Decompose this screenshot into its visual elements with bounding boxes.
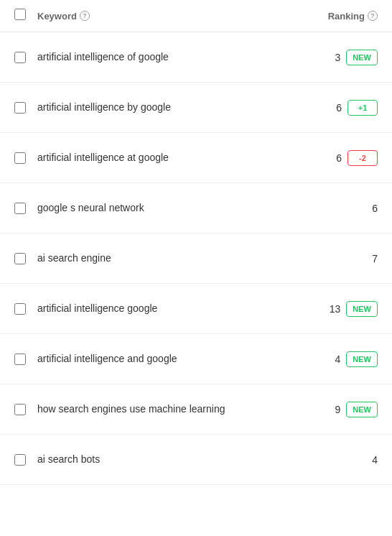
ranking-cell: 6 +1 — [291, 100, 378, 116]
ranking-cell: 4 — [291, 454, 378, 466]
select-all-checkbox[interactable] — [14, 9, 26, 20]
row-checkbox[interactable] — [14, 303, 26, 315]
row-checkbox[interactable] — [14, 354, 26, 365]
keyword-cell: how search engines use machine learning — [37, 402, 291, 417]
row-checkbox[interactable] — [14, 152, 26, 164]
ranking-badge: NEW — [346, 351, 378, 367]
keyword-column-header: Keyword ? — [37, 11, 291, 22]
row-checkbox[interactable] — [14, 454, 26, 466]
row-checkbox-cell[interactable] — [14, 354, 37, 365]
keyword-cell: artificial intelligence google — [37, 302, 291, 316]
table-row: artificial intelligence of google 3 NEW — [0, 32, 392, 83]
keyword-help-icon[interactable]: ? — [80, 11, 90, 21]
row-checkbox-cell[interactable] — [14, 404, 37, 415]
ranking-number: 6 — [336, 152, 342, 164]
keyword-cell: ai search engine — [37, 251, 291, 266]
row-checkbox-cell[interactable] — [14, 454, 37, 466]
keyword-header-label: Keyword — [37, 11, 77, 22]
keyword-ranking-table: Keyword ? Ranking ? artificial intellige… — [0, 0, 392, 485]
table-row: artificial intelligence by google 6 +1 — [0, 83, 392, 133]
ranking-badge: +1 — [347, 100, 378, 116]
ranking-number: 6 — [336, 102, 342, 114]
table-row: artificial intelligence and google 4 NEW — [0, 334, 392, 384]
keyword-cell: artificial intelligence by google — [37, 101, 291, 115]
ranking-cell: 3 NEW — [291, 50, 378, 65]
ranking-number: 3 — [335, 52, 341, 63]
ranking-cell: 9 NEW — [291, 402, 378, 417]
row-checkbox-cell[interactable] — [14, 152, 37, 164]
ranking-cell: 13 NEW — [291, 301, 378, 317]
ranking-column-header: Ranking ? — [291, 11, 378, 22]
row-checkbox[interactable] — [14, 404, 26, 415]
table-body: artificial intelligence of google 3 NEW … — [0, 32, 392, 485]
ranking-badge: NEW — [346, 50, 378, 65]
table-row: ai search engine 7 — [0, 234, 392, 284]
keyword-cell: artificial intelligence and google — [37, 352, 291, 366]
ranking-number: 7 — [372, 253, 378, 264]
row-checkbox-cell[interactable] — [14, 303, 37, 315]
row-checkbox[interactable] — [14, 52, 26, 63]
row-checkbox-cell[interactable] — [14, 102, 37, 114]
ranking-badge: -2 — [347, 150, 378, 166]
table-row: artificial intelligence google 13 NEW — [0, 284, 392, 334]
table-header: Keyword ? Ranking ? — [0, 0, 392, 32]
ranking-number: 4 — [335, 354, 341, 365]
ranking-cell: 4 NEW — [291, 351, 378, 367]
select-all-checkbox-cell[interactable] — [14, 9, 37, 23]
ranking-cell: 6 — [291, 203, 378, 214]
ranking-cell: 7 — [291, 253, 378, 264]
keyword-cell: google s neural network — [37, 201, 291, 216]
ranking-cell: 6 -2 — [291, 150, 378, 166]
table-row: ai search bots 4 — [0, 435, 392, 485]
row-checkbox[interactable] — [14, 203, 26, 214]
ranking-number: 13 — [330, 303, 341, 315]
ranking-badge: NEW — [346, 301, 378, 317]
ranking-header-label: Ranking — [328, 11, 365, 22]
row-checkbox-cell[interactable] — [14, 52, 37, 63]
ranking-number: 9 — [335, 404, 341, 415]
ranking-badge: NEW — [346, 402, 378, 417]
row-checkbox-cell[interactable] — [14, 203, 37, 214]
table-row: google s neural network 6 — [0, 183, 392, 234]
keyword-cell: ai search bots — [37, 453, 291, 467]
ranking-number: 6 — [372, 203, 378, 214]
row-checkbox[interactable] — [14, 102, 26, 114]
ranking-help-icon[interactable]: ? — [368, 11, 378, 21]
row-checkbox[interactable] — [14, 253, 26, 264]
row-checkbox-cell[interactable] — [14, 253, 37, 264]
table-row: how search engines use machine learning … — [0, 384, 392, 435]
keyword-cell: artificial intelligence at google — [37, 151, 291, 165]
keyword-cell: artificial intelligence of google — [37, 50, 291, 65]
table-row: artificial intelligence at google 6 -2 — [0, 133, 392, 183]
ranking-number: 4 — [372, 454, 378, 466]
